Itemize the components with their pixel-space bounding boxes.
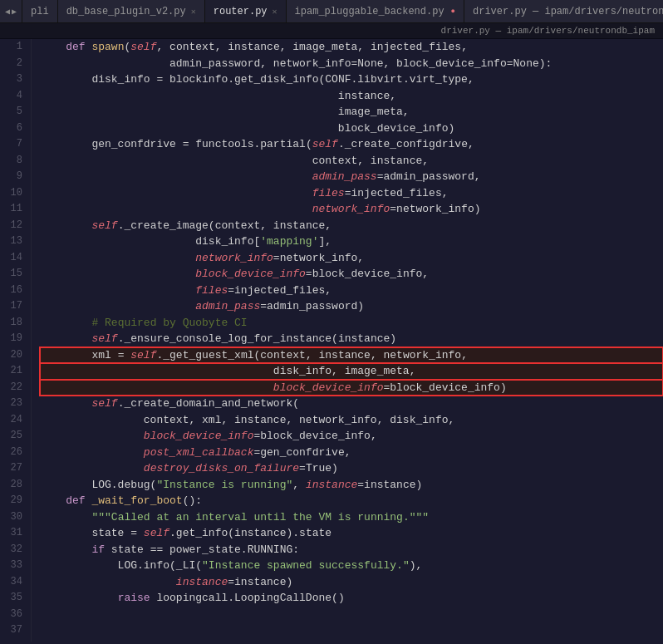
line-number: 21: [7, 363, 22, 380]
line-number: 38: [7, 639, 22, 642]
code-line: """Called at an interval until the VM is…: [40, 509, 663, 526]
line-number: 26: [7, 445, 22, 461]
line-number: 25: [7, 428, 22, 445]
code-line: block_device_info=block_device_info,: [40, 428, 663, 445]
code-line: admin_password, network_info=None, block…: [40, 56, 663, 72]
line-number: 37: [7, 622, 22, 639]
code-line: network_info=network_info,: [40, 250, 663, 267]
code-line: admin_pass=admin_password): [40, 298, 663, 315]
line-number: 35: [7, 590, 22, 607]
code-line: files=injected_files,: [40, 185, 663, 202]
code-line: # Required by Quobyte CI: [40, 315, 663, 332]
file-path-text: driver.py — ipam/drivers/neutrondb_ipam: [441, 26, 655, 36]
tab-nav-arrows[interactable]: ◀ ▶: [0, 0, 22, 22]
line-number: 27: [7, 460, 22, 477]
tab-bar: ◀ ▶ pli db_base_plugin_v2.py ✕ router.py…: [0, 0, 663, 23]
tab-label: db_base_plugin_v2.py: [66, 6, 186, 17]
tab-label: driver.py — ipam/drivers/neutrondb_ipam: [473, 6, 663, 17]
code-line: post_xml_callback=gen_confdrive,: [40, 445, 663, 461]
line-number: 7: [7, 136, 22, 153]
code-line: def _wait_for_boot():: [40, 493, 663, 509]
code-line: LOG.info(_LI("Instance spawned successfu…: [40, 558, 663, 574]
code-line: image_meta,: [40, 104, 663, 120]
line-number: 6: [7, 120, 22, 137]
code-line: block_device_info): [40, 120, 663, 137]
line-number: 9: [7, 169, 22, 185]
code-line: context, instance,: [40, 153, 663, 170]
line-number: 2: [7, 56, 22, 72]
line-number: 13: [7, 234, 22, 250]
line-number: 11: [7, 201, 22, 218]
tab-modified-dot: ●: [451, 7, 455, 16]
tab-ipam-pluggable[interactable]: ipam_pluggable_backend.py ●: [287, 0, 464, 22]
tab-pli[interactable]: pli: [22, 0, 58, 22]
code-line: raise loopingcall.LoopingCallDone(): [40, 590, 663, 607]
line-number: 3: [7, 71, 22, 88]
tab-router[interactable]: router.py ✕: [205, 0, 287, 22]
code-line: disk_info['mapping'],: [40, 234, 663, 250]
code-line: destroy_disks_on_failure=True): [40, 460, 663, 477]
code-line: block_device_info=block_device_info,: [40, 266, 663, 283]
line-number: 5: [7, 104, 22, 120]
code-content[interactable]: def spawn(self, context, instance, image…: [32, 39, 663, 642]
code-line: gen_confdrive = functools.partial(self._…: [40, 136, 663, 153]
tab-label: pli: [31, 6, 49, 17]
line-number: 29: [7, 493, 22, 509]
line-number: 8: [7, 153, 22, 170]
tab-driver[interactable]: driver.py — ipam/drivers/neutrondb_ipam: [464, 0, 663, 22]
line-number: 18: [7, 315, 22, 332]
line-number: 28: [7, 477, 22, 494]
code-line: disk_info = blockinfo.get_disk_info(CONF…: [40, 71, 663, 88]
line-number: 22: [7, 380, 22, 396]
line-number: 36: [7, 607, 22, 623]
tab-label: ipam_pluggable_backend.py: [295, 6, 444, 17]
line-number: 33: [7, 558, 22, 574]
code-line: self._ensure_console_log_for_instance(in…: [40, 331, 663, 347]
line-number: 16: [7, 283, 22, 299]
line-number: 30: [7, 509, 22, 526]
code-line: disk_info, image_meta,: [40, 363, 663, 380]
line-number: 14: [7, 250, 22, 267]
code-line: admin_pass=admin_password,: [40, 169, 663, 185]
code-line: files=injected_files,: [40, 283, 663, 299]
line-number: 32: [7, 542, 22, 558]
line-number: 23: [7, 396, 22, 412]
line-number: 31: [7, 525, 22, 542]
code-line: state = self.get_info(instance).state: [40, 525, 663, 542]
line-number: 12: [7, 218, 22, 234]
code-editor: 1234567891011121314151617181920212223242…: [0, 39, 663, 642]
line-number: 1: [7, 39, 22, 56]
code-line: self._create_domain_and_network(: [40, 396, 663, 412]
line-number: 4: [7, 88, 22, 105]
code-line: block_device_info=block_device_info): [40, 380, 663, 396]
tab-right-arrow[interactable]: ▶: [12, 7, 17, 17]
code-line: if state == power_state.RUNNING:: [40, 542, 663, 558]
code-line: context, xml, instance, network_info, di…: [40, 412, 663, 429]
code-line: xml = self._get_guest_xml(context, insta…: [40, 347, 663, 364]
tab-db-base[interactable]: db_base_plugin_v2.py ✕: [58, 0, 205, 22]
tab-close-icon[interactable]: ✕: [273, 7, 277, 17]
tab-label: router.py: [214, 6, 268, 17]
file-path-bar: driver.py — ipam/drivers/neutrondb_ipam: [0, 23, 663, 39]
line-number: 19: [7, 331, 22, 347]
line-number: 15: [7, 266, 22, 283]
line-number-gutter: 1234567891011121314151617181920212223242…: [0, 39, 32, 642]
line-number: 20: [7, 347, 22, 364]
line-number: 10: [7, 185, 22, 202]
line-number: 17: [7, 298, 22, 315]
code-line: LOG.debug("Instance is running", instanc…: [40, 477, 663, 494]
code-line: self._create_image(context, instance,: [40, 218, 663, 234]
code-line: instance,: [40, 88, 663, 105]
code-line: instance=instance): [40, 574, 663, 591]
code-line: network_info=network_info): [40, 201, 663, 218]
line-number: 34: [7, 574, 22, 591]
line-number: 24: [7, 412, 22, 429]
tab-left-arrow[interactable]: ◀: [5, 7, 10, 17]
code-line: def spawn(self, context, instance, image…: [40, 39, 663, 56]
tab-close-icon[interactable]: ✕: [191, 7, 196, 17]
